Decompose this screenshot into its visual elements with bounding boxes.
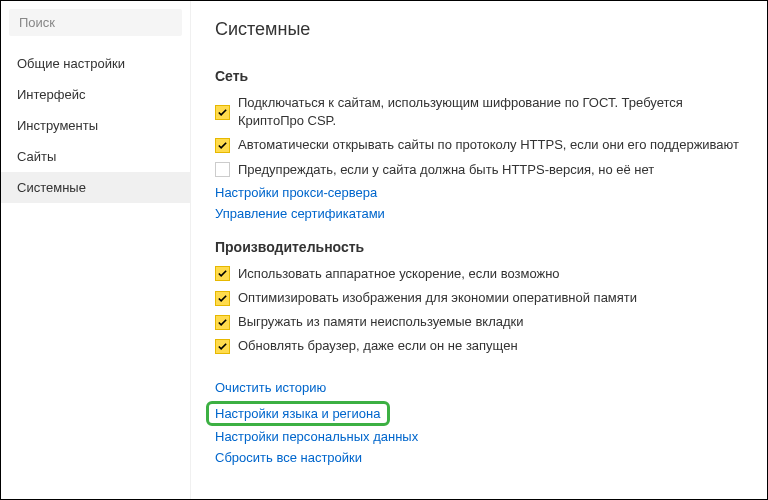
checkbox-label: Подключаться к сайтам, использующим шифр…: [238, 94, 743, 130]
search-input[interactable]: Поиск: [9, 9, 182, 36]
sidebar-item-system[interactable]: Системные: [1, 172, 190, 203]
bottom-links: Очистить историю Настройки языка и регио…: [215, 380, 743, 465]
checkbox-label: Предупреждать, если у сайта должна быть …: [238, 161, 654, 179]
check-icon: [217, 293, 228, 304]
checkbox-label: Выгружать из памяти неиспользуемые вклад…: [238, 313, 524, 331]
checkbox-row-update-bg: Обновлять браузер, даже если он не запущ…: [215, 337, 743, 355]
page-title: Системные: [215, 19, 743, 40]
check-icon: [217, 140, 228, 151]
sidebar-item-tools[interactable]: Инструменты: [1, 110, 190, 141]
sidebar-item-sites[interactable]: Сайты: [1, 141, 190, 172]
sidebar: Поиск Общие настройки Интерфейс Инструме…: [1, 1, 191, 499]
main-panel: Системные Сеть Подключаться к сайтам, ис…: [191, 1, 767, 499]
checkbox-row-https-auto: Автоматически открывать сайты по протоко…: [215, 136, 743, 154]
link-personal-data[interactable]: Настройки персональных данных: [215, 429, 743, 444]
section-title-network: Сеть: [215, 68, 743, 84]
check-icon: [217, 268, 228, 279]
checkbox-row-hw-accel: Использовать аппаратное ускорение, если …: [215, 265, 743, 283]
link-language-region[interactable]: Настройки языка и региона: [215, 406, 381, 421]
section-title-performance: Производительность: [215, 239, 743, 255]
checkbox-row-unload-tabs: Выгружать из памяти неиспользуемые вклад…: [215, 313, 743, 331]
highlight-language-region: Настройки языка и региона: [206, 401, 390, 426]
check-icon: [217, 317, 228, 328]
checkbox-optimize-img[interactable]: [215, 291, 230, 306]
network-links: Настройки прокси-сервера Управление серт…: [215, 185, 743, 221]
link-reset-all[interactable]: Сбросить все настройки: [215, 450, 743, 465]
checkbox-label: Обновлять браузер, даже если он не запущ…: [238, 337, 518, 355]
checkbox-hw-accel[interactable]: [215, 266, 230, 281]
checkbox-gost[interactable]: [215, 105, 230, 120]
settings-window: Поиск Общие настройки Интерфейс Инструме…: [0, 0, 768, 500]
checkbox-row-gost: Подключаться к сайтам, использующим шифр…: [215, 94, 743, 130]
checkbox-https-warn[interactable]: [215, 162, 230, 177]
checkbox-label: Использовать аппаратное ускорение, если …: [238, 265, 560, 283]
checkbox-row-https-warn: Предупреждать, если у сайта должна быть …: [215, 161, 743, 179]
check-icon: [217, 341, 228, 352]
link-clear-history[interactable]: Очистить историю: [215, 380, 743, 395]
link-certificates[interactable]: Управление сертификатами: [215, 206, 743, 221]
sidebar-item-interface[interactable]: Интерфейс: [1, 79, 190, 110]
checkbox-unload-tabs[interactable]: [215, 315, 230, 330]
checkbox-label: Оптимизировать изображения для экономии …: [238, 289, 637, 307]
checkbox-update-bg[interactable]: [215, 339, 230, 354]
checkbox-label: Автоматически открывать сайты по протоко…: [238, 136, 739, 154]
checkbox-row-optimize-img: Оптимизировать изображения для экономии …: [215, 289, 743, 307]
checkbox-https-auto[interactable]: [215, 138, 230, 153]
sidebar-item-general[interactable]: Общие настройки: [1, 48, 190, 79]
link-proxy-settings[interactable]: Настройки прокси-сервера: [215, 185, 743, 200]
check-icon: [217, 107, 228, 118]
